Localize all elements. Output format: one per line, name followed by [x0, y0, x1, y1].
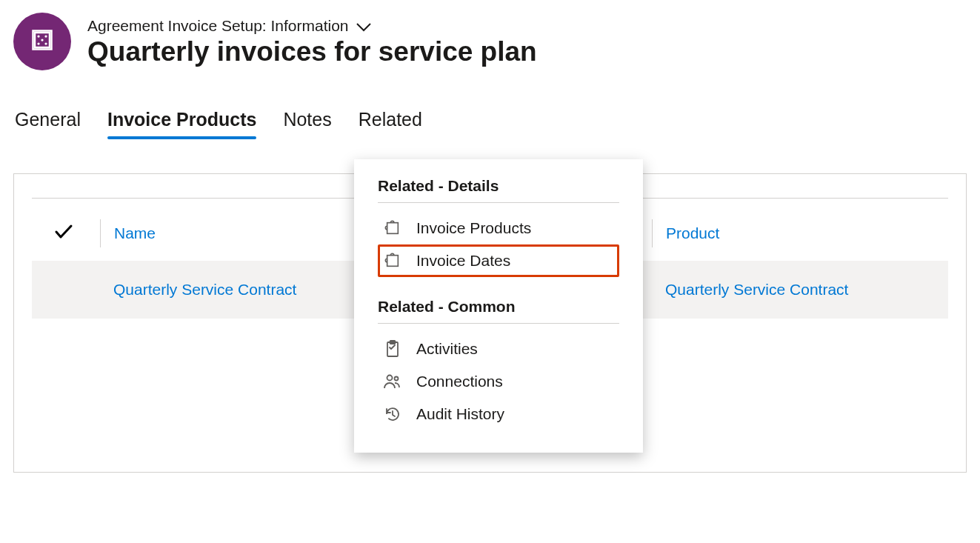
menu-item-label: Activities: [416, 340, 478, 358]
section-title-details: Related - Details: [378, 177, 619, 203]
svg-point-1: [37, 35, 39, 37]
related-dropdown: Related - Details Invoice Products: [354, 159, 643, 453]
title-block: Agreement Invoice Setup: Information Qua…: [87, 16, 537, 68]
svg-point-10: [387, 376, 393, 381]
tab-notes[interactable]: Notes: [283, 109, 331, 138]
menu-item-connections[interactable]: Connections: [378, 365, 619, 398]
menu-item-label: Invoice Dates: [416, 252, 510, 270]
select-all-column[interactable]: [32, 224, 100, 244]
chevron-down-icon: [356, 18, 371, 36]
menu-item-invoice-dates[interactable]: Invoice Dates: [378, 244, 619, 277]
history-icon: [384, 405, 401, 423]
puzzle-icon: [384, 220, 401, 236]
entity-avatar: [13, 13, 71, 70]
svg-point-11: [395, 377, 399, 381]
tab-general[interactable]: General: [15, 109, 81, 138]
svg-rect-6: [387, 223, 399, 234]
breadcrumb-text: Agreement Invoice Setup: Information: [87, 17, 349, 35]
svg-point-3: [37, 42, 39, 44]
tab-invoice-products[interactable]: Invoice Products: [107, 109, 256, 138]
page-title: Quarterly invoices for service plan: [87, 36, 537, 68]
tab-related[interactable]: Related: [359, 109, 422, 138]
svg-rect-7: [387, 256, 399, 267]
cell-product-link[interactable]: Quarterly Service Contract: [652, 281, 948, 299]
svg-point-5: [41, 39, 43, 41]
menu-item-invoice-products[interactable]: Invoice Products: [378, 212, 619, 244]
page-header: Agreement Invoice Setup: Information Qua…: [13, 13, 967, 70]
svg-point-2: [44, 35, 47, 37]
clipboard-icon: [384, 340, 401, 358]
puzzle-icon: [384, 253, 401, 269]
form-selector[interactable]: Agreement Invoice Setup: Information: [87, 17, 537, 35]
checkmark-icon: [54, 224, 73, 244]
menu-item-label: Connections: [416, 373, 503, 390]
tab-strip: General Invoice Products Notes Related: [13, 109, 967, 138]
menu-item-activities[interactable]: Activities: [378, 333, 619, 365]
svg-point-4: [44, 42, 47, 44]
people-icon: [384, 373, 401, 390]
menu-item-label: Invoice Products: [416, 219, 531, 237]
menu-item-label: Audit History: [416, 405, 504, 423]
section-title-common: Related - Common: [378, 298, 619, 324]
puzzle-icon: [31, 29, 53, 54]
column-header-product[interactable]: Product: [652, 219, 948, 247]
related-common-section: Related - Common Activities Co: [378, 298, 619, 430]
related-details-section: Related - Details Invoice Products: [378, 177, 619, 277]
menu-item-audit-history[interactable]: Audit History: [378, 398, 619, 430]
